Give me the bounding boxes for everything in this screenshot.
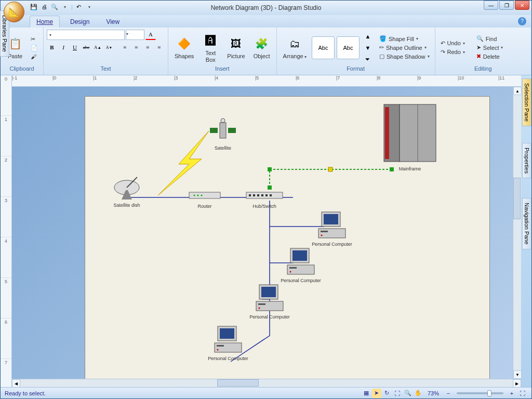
style-gallery-button[interactable]: ⏷ [363, 54, 373, 64]
align-center-button[interactable]: ≡ [131, 42, 141, 52]
pointer-mode-icon[interactable]: ➤ [372, 389, 381, 398]
binoculars-icon: 🔍 [476, 35, 484, 42]
node-pc-1[interactable]: Personal Computer [309, 211, 355, 247]
scroll-h-thumb[interactable] [217, 379, 259, 387]
shape-style-1[interactable]: Abc [312, 36, 335, 59]
node-hub-switch[interactable]: Hub/Switch [241, 189, 288, 209]
canvas[interactable]: Satellite dish Satellite Router Hub/Swit… [12, 87, 521, 379]
zoom-mode-icon[interactable]: 🔍 [403, 389, 413, 398]
scroll-right-button[interactable]: ▶ [513, 379, 521, 387]
redo-label: Redo [447, 49, 461, 55]
copy-button[interactable]: 📄 [29, 44, 40, 52]
node-pc-4[interactable]: Personal Computer [205, 325, 251, 361]
textbox-button[interactable]: 🅰Text Box [199, 31, 222, 63]
shapes-button[interactable]: 🔶Shapes [171, 34, 197, 60]
diagram-page[interactable]: Satellite dish Satellite Router Hub/Swit… [85, 96, 490, 379]
svg-rect-15 [220, 123, 226, 138]
align-justify-button[interactable]: ≡ [154, 42, 164, 52]
font-size-dropdown[interactable] [126, 30, 144, 40]
grow-font-button[interactable]: A▲ [92, 42, 103, 52]
find-button[interactable]: 🔍Find [474, 35, 506, 43]
node-satellite-dish[interactable]: Satellite dish [101, 175, 153, 208]
node-pc-3[interactable]: Personal Computer [246, 284, 293, 320]
paste-label: Paste [8, 53, 22, 59]
hand-mode-icon[interactable]: ✋ [414, 389, 423, 398]
tab-home[interactable]: Home [30, 16, 60, 28]
shrink-font-button[interactable]: A▼ [104, 42, 114, 52]
help-icon[interactable]: ? [518, 17, 526, 25]
page-mode-icon[interactable]: ▦ [362, 389, 371, 398]
format-painter-button[interactable]: 🖌 [29, 53, 40, 60]
horizontal-scrollbar[interactable]: ◀ ▶ [12, 379, 521, 387]
undo-icon[interactable]: ↶ [75, 3, 83, 11]
bold-button[interactable]: B [47, 42, 57, 52]
document-area: Libraries Pane 01234567 |-1|0|1|2|3|4|5|… [1, 75, 531, 387]
node-pc-2[interactable]: Personal Computer [277, 247, 324, 283]
object-button[interactable]: 🧩Object [250, 34, 273, 60]
print-icon[interactable]: 🖨 [40, 3, 48, 11]
select-label: Select [483, 45, 499, 51]
zoom-slider[interactable] [457, 392, 503, 394]
delete-button[interactable]: ✖Delete [474, 52, 506, 60]
print-preview-icon[interactable]: 🔍 [50, 3, 59, 11]
italic-button[interactable]: I [58, 42, 69, 52]
undo-label: Undo [447, 40, 461, 46]
scroll-v-thumb[interactable] [513, 178, 521, 219]
zoom-slider-thumb[interactable] [487, 390, 491, 396]
app-orb[interactable]: 📐 [4, 2, 24, 22]
minimize-button[interactable]: — [484, 1, 498, 10]
svg-rect-39 [292, 250, 307, 261]
underline-button[interactable]: U [70, 42, 80, 52]
selection-pane-tab[interactable]: Selection Pane [522, 78, 531, 126]
shape-shadow-button[interactable]: ▢Shape Shadow [377, 52, 432, 60]
undo-more-icon[interactable] [85, 3, 94, 11]
scroll-down-button[interactable]: ▼ [513, 370, 522, 379]
arrange-button[interactable]: 🗂Arrange [280, 34, 310, 61]
cut-button[interactable]: ✂ [29, 35, 40, 43]
style-prev-button[interactable]: ▲ [363, 31, 373, 42]
group-insert: 🔶Shapes 🅰Text Box 🖼Picture 🧩Object Inser… [168, 28, 277, 75]
scroll-left-button[interactable]: ◀ [12, 379, 20, 387]
properties-pane-tab[interactable]: Properties [522, 143, 531, 178]
rotate-mode-icon[interactable]: ↻ [382, 389, 392, 398]
strike-button[interactable]: abc [81, 42, 91, 52]
svg-rect-51 [217, 345, 224, 347]
zoom-percent[interactable]: 73% [428, 390, 439, 396]
zoom-out-button[interactable]: − [444, 389, 453, 398]
select-button[interactable]: ➤Select [474, 44, 506, 51]
vertical-scrollbar[interactable]: ▲ ▼ [513, 87, 521, 379]
style-next-button[interactable]: ▼ [363, 43, 373, 53]
fit-page-button[interactable]: ⛶ [517, 389, 527, 398]
node-mainframe[interactable]: Mainframe [376, 102, 444, 171]
navigation-pane-tab[interactable]: Navigation Pane [522, 198, 531, 249]
font-family-dropdown[interactable] [47, 30, 125, 40]
maximize-button[interactable]: ❐ [499, 1, 514, 10]
align-left-button[interactable]: ≡ [119, 42, 130, 52]
shape-style-2[interactable]: Abc [337, 36, 360, 59]
qat-more-icon[interactable] [61, 3, 69, 11]
svg-rect-41 [289, 267, 297, 269]
node-router[interactable]: Router [184, 189, 225, 209]
ribbon: 📋 Paste ✂ 📄 🖌 Clipboard A [1, 28, 531, 75]
save-icon[interactable]: 💾 [30, 3, 38, 11]
scroll-up-button[interactable]: ▲ [513, 87, 522, 95]
crop-mode-icon[interactable]: ⛶ [393, 389, 402, 398]
node-satellite[interactable]: Satellite [205, 117, 241, 151]
shape-shadow-label: Shape Shadow [387, 54, 425, 60]
vertical-ruler: 01234567 [1, 75, 12, 387]
picture-label: Picture [227, 53, 245, 59]
zoom-in-button[interactable]: + [507, 389, 516, 398]
font-color-button[interactable]: A [145, 30, 156, 40]
close-button[interactable]: ✕ [515, 1, 529, 10]
picture-button[interactable]: 🖼Picture [224, 34, 248, 60]
tab-view[interactable]: View [100, 16, 126, 28]
undo-button[interactable]: ↶Undo [438, 39, 467, 47]
tab-design[interactable]: Design [64, 16, 96, 28]
svg-rect-13 [210, 128, 218, 133]
align-right-button[interactable]: ≡ [142, 42, 153, 52]
redo-button[interactable]: ↷Redo [438, 48, 467, 56]
format-group-label: Format [280, 65, 432, 74]
shape-fill-button[interactable]: 🪣Shape Fill [377, 35, 432, 43]
quick-access-toolbar: 💾 🖨 🔍 | ↶ [30, 3, 94, 11]
shape-outline-button[interactable]: ✏Shape Outline [377, 44, 432, 51]
